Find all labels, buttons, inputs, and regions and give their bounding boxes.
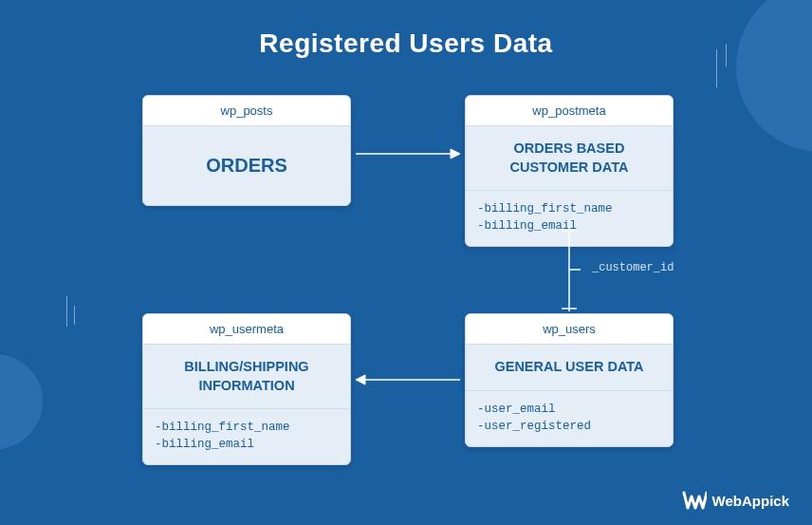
table-fields: -billing_first_name -billing_email xyxy=(143,408,350,464)
table-card-wp-usermeta: wp_usermeta BILLING/SHIPPING INFORMATION… xyxy=(142,313,351,465)
diagram-title: Registered Users Data xyxy=(0,28,812,59)
table-card-wp-postmeta: wp_postmeta ORDERS BASED CUSTOMER DATA -… xyxy=(465,95,674,247)
table-card-wp-posts: wp_posts ORDERS xyxy=(142,95,351,206)
table-name: wp_posts xyxy=(143,96,350,126)
brand-logo: WebAppick xyxy=(682,491,789,510)
field-item: -billing_first_name xyxy=(155,419,339,436)
field-item: -billing_first_name xyxy=(477,200,661,217)
brand-name: WebAppick xyxy=(712,493,789,509)
table-name: wp_users xyxy=(466,314,673,345)
connector-postmeta-to-users xyxy=(558,228,581,311)
table-content-label: BILLING/SHIPPING INFORMATION xyxy=(143,345,350,408)
table-content-label: GENERAL USER DATA xyxy=(466,345,673,390)
table-name: wp_postmeta xyxy=(466,96,673,126)
arrow-users-to-usermeta xyxy=(356,370,460,389)
field-item: -user_email xyxy=(477,401,661,418)
table-content-label: ORDERS xyxy=(143,126,350,205)
decorative-tick xyxy=(66,296,67,327)
decorative-circle-left xyxy=(0,354,43,449)
brand-icon xyxy=(682,491,707,510)
arrow-posts-to-postmeta xyxy=(356,144,460,163)
decorative-circle-right xyxy=(736,0,812,152)
table-fields: -user_email -user_registered xyxy=(466,390,673,446)
field-item: -billing_email xyxy=(155,436,339,453)
table-name: wp_usermeta xyxy=(143,314,350,345)
svg-marker-3 xyxy=(356,375,365,384)
svg-marker-1 xyxy=(451,149,460,159)
decorative-tick xyxy=(74,306,75,325)
table-content-label: ORDERS BASED CUSTOMER DATA xyxy=(466,126,673,190)
relation-label-customer-id: _customer_id xyxy=(592,261,674,274)
field-item: -user_registered xyxy=(477,418,661,435)
table-card-wp-users: wp_users GENERAL USER DATA -user_email -… xyxy=(465,313,674,447)
